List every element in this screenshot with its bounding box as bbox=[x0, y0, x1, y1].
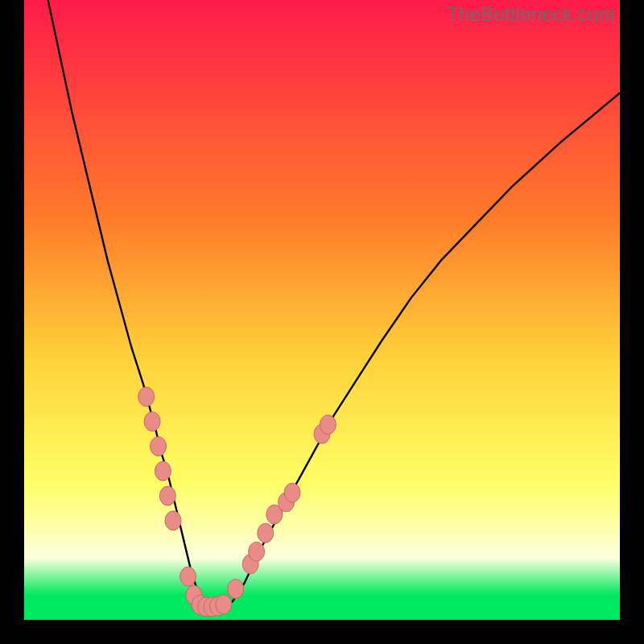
data-marker bbox=[284, 483, 300, 502]
data-marker bbox=[165, 511, 181, 530]
data-marker bbox=[320, 415, 336, 435]
data-marker bbox=[159, 486, 175, 506]
watermark-text: TheBottleneck.com bbox=[447, 3, 615, 26]
chart-frame bbox=[24, 0, 620, 620]
data-marker bbox=[155, 461, 171, 481]
data-marker bbox=[144, 412, 160, 431]
bottleneck-chart bbox=[24, 0, 620, 620]
data-marker bbox=[258, 523, 274, 543]
gradient-background bbox=[24, 0, 620, 620]
data-marker bbox=[151, 436, 167, 456]
data-marker bbox=[228, 580, 244, 599]
data-marker bbox=[180, 567, 196, 586]
data-marker bbox=[216, 595, 232, 614]
data-marker bbox=[138, 387, 155, 407]
data-marker bbox=[249, 542, 265, 561]
